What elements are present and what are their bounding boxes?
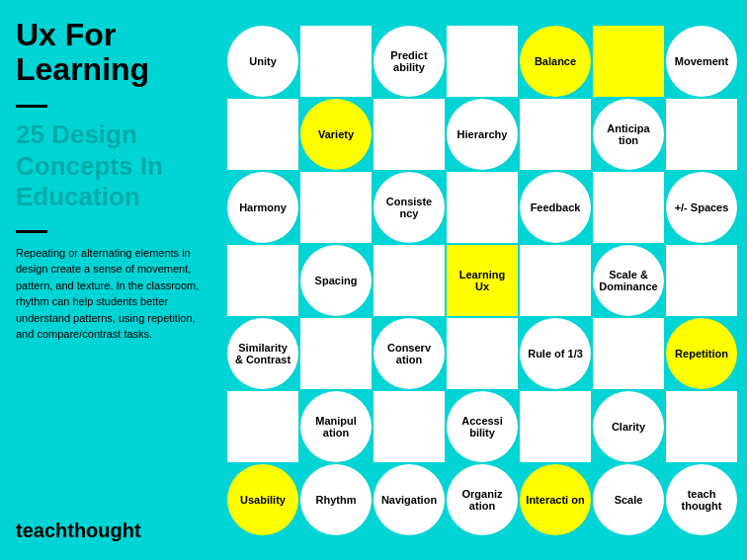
grid-cell: Rhythm [300,464,372,535]
grid-cell: Balance [520,26,591,97]
grid-cell: Spacing [300,245,372,316]
grid-cell [300,26,372,97]
grid-cell [666,99,737,170]
grid-cell: Scale [593,464,664,535]
grid-cell: Variety [300,99,372,170]
grid-cell: Anticipa tion [593,99,664,170]
subtitle: 25 Design Concepts In Education [16,120,202,212]
concepts-grid: UnityPredict abilityBalanceMovementVarie… [227,26,737,535]
grid-cell [666,391,737,462]
grid-cell: Repetition [666,318,737,389]
grid-cell [447,318,518,389]
grid-panel: UnityPredict abilityBalanceMovementVarie… [217,0,747,560]
grid-cell: Similarity & Contrast [227,318,298,389]
left-panel: Ux For Learning 25 Design Concepts In Ed… [0,0,217,560]
grid-cell [593,318,664,389]
grid-cell: Navigation [374,464,445,535]
grid-cell [593,26,664,97]
description: Repeating or alternating elements in des… [16,245,202,343]
grid-cell [227,245,298,316]
grid-cell [300,318,372,389]
grid-cell: Harmony [227,172,298,243]
grid-cell: Conserv ation [374,318,445,389]
grid-cell: Learning Ux [447,245,518,316]
grid-cell [520,245,591,316]
grid-cell [300,172,372,243]
grid-cell: Rule of 1/3 [520,318,591,389]
grid-cell [447,26,518,97]
grid-cell: Consiste ncy [374,172,445,243]
grid-cell [520,391,591,462]
grid-cell: Feedback [520,172,591,243]
grid-cell: Scale & Dominance [593,245,664,316]
brand: teachthought [16,520,202,542]
grid-cell: +/- Spaces [666,172,737,243]
divider-1 [16,105,47,108]
grid-cell: teach thought [666,464,737,535]
grid-cell: Interacti on [520,464,591,535]
grid-cell: Organiz ation [447,464,518,535]
grid-cell [374,245,445,316]
grid-cell [227,391,298,462]
grid-cell [374,99,445,170]
grid-cell [227,99,298,170]
grid-cell: Clarity [593,391,664,462]
divider-2 [16,230,47,233]
grid-cell [520,99,591,170]
grid-cell: Hierarchy [447,99,518,170]
main-title: Ux For Learning [16,18,202,87]
grid-cell [666,245,737,316]
grid-cell [374,391,445,462]
grid-cell: Accessi bility [447,391,518,462]
grid-cell [593,172,664,243]
grid-cell: Unity [227,26,298,97]
grid-cell: Predict ability [374,26,445,97]
grid-cell: Manipul ation [300,391,372,462]
grid-cell: Usability [227,464,298,535]
grid-cell: Movement [666,26,737,97]
grid-cell [447,172,518,243]
